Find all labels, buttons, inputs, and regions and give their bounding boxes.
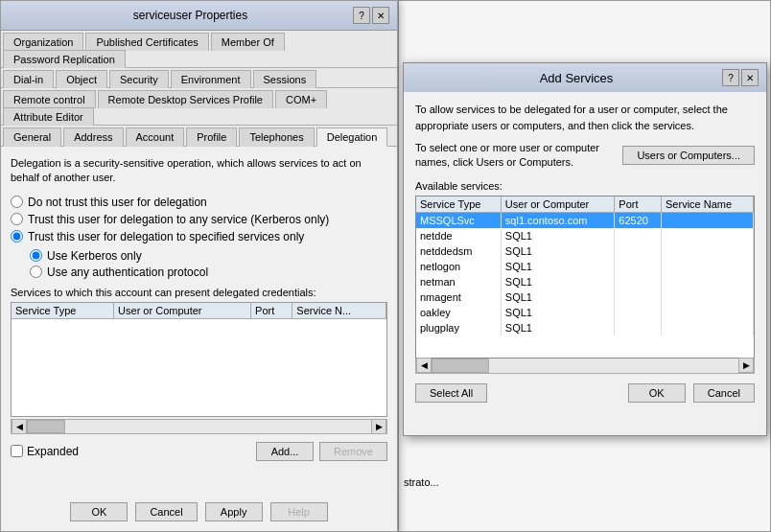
tab-password-replication[interactable]: Password Replication: [3, 50, 126, 68]
scroll-thumb[interactable]: [27, 420, 65, 433]
tab-general[interactable]: General: [3, 127, 61, 147]
radio-any-auth-label: Use any authentication protocol: [47, 266, 208, 279]
radio-no-trust-label: Do not trust this user for delegation: [28, 196, 207, 209]
close-title-btn[interactable]: ✕: [372, 7, 389, 24]
radio-any-service[interactable]: Trust this user for delegation to any se…: [11, 213, 387, 226]
users-computers-button[interactable]: Users or Computers...: [622, 146, 755, 165]
add-services-dialog: Add Services ? ✕ To allow services to be…: [403, 62, 767, 436]
avail-table-row[interactable]: MSSQLSvcsql1.contoso.com62520: [416, 212, 754, 228]
help-title-btn[interactable]: ?: [353, 7, 370, 24]
tab-sessions[interactable]: Sessions: [253, 70, 317, 88]
radio-no-trust-input[interactable]: [11, 196, 23, 208]
tab-member-of[interactable]: Member Of: [211, 33, 285, 51]
remove-button[interactable]: Remove: [319, 442, 387, 461]
avail-table-row[interactable]: netlogonSQL1: [416, 259, 754, 274]
main-window: serviceuser Properties ? ✕ Organization …: [0, 0, 398, 532]
dialog-title: Add Services: [431, 71, 722, 85]
services-table: Service Type User or Computer Port Servi…: [11, 302, 387, 417]
services-scrollbar[interactable]: ◀ ▶: [11, 419, 387, 434]
expanded-checkbox-row[interactable]: Expanded: [11, 445, 79, 458]
cancel-button[interactable]: Cancel: [135, 502, 197, 521]
tabs-row-4: General Address Account Profile Telephon…: [1, 126, 397, 147]
radio-kerberos-label: Use Kerberos only: [47, 249, 142, 263]
radio-kerberos-input[interactable]: [30, 249, 42, 262]
col-service-name: Service N...: [292, 303, 386, 319]
avail-cell-name: [662, 274, 754, 289]
avail-col-computer: User or Computer: [501, 197, 615, 213]
tab-account[interactable]: Account: [126, 127, 185, 147]
help-button[interactable]: Help: [270, 502, 328, 521]
dialog-scroll-track[interactable]: [432, 359, 738, 373]
scroll-right-arrow[interactable]: ▶: [371, 419, 386, 434]
radio-any-service-label: Trust this user for delegation to any se…: [28, 213, 329, 226]
action-buttons: Add... Remove: [256, 442, 387, 461]
avail-table-row[interactable]: plugplaySQL1: [416, 320, 754, 335]
radio-any-auth-input[interactable]: [30, 266, 42, 278]
select-all-button[interactable]: Select All: [415, 383, 487, 403]
avail-table-row[interactable]: nmagentSQL1: [416, 289, 754, 305]
delegation-description: Delegation is a security-sensitive opera…: [11, 156, 387, 186]
tab-address[interactable]: Address: [63, 127, 123, 147]
avail-cell-computer: SQL1: [501, 259, 615, 274]
avail-table-row[interactable]: oakleySQL1: [416, 305, 754, 320]
avail-table-row[interactable]: netmanSQL1: [416, 274, 754, 289]
tab-delegation[interactable]: Delegation: [316, 127, 388, 147]
tab-published-certificates[interactable]: Published Certificates: [85, 33, 208, 51]
tab-object[interactable]: Object: [56, 70, 107, 88]
avail-cell-computer: SQL1: [501, 305, 615, 320]
dialog-close-btn[interactable]: ✕: [741, 69, 759, 86]
available-services-table: Service Type User or Computer Port Servi…: [415, 196, 755, 359]
avail-cell-type: plugplay: [416, 320, 501, 335]
tab-com[interactable]: COM+: [275, 90, 327, 108]
expanded-label: Expanded: [27, 445, 79, 458]
avail-cell-type: MSSQLSvc: [416, 212, 501, 228]
titlebar: serviceuser Properties ? ✕: [1, 1, 397, 31]
avail-cell-name: [662, 259, 754, 274]
tab-environment[interactable]: Environment: [171, 70, 251, 88]
dialog-help-btn[interactable]: ?: [722, 69, 739, 86]
tab-rdp[interactable]: Remote Desktop Services Profile: [98, 90, 273, 108]
bottom-row: Expanded Add... Remove: [11, 442, 387, 461]
radio-no-trust[interactable]: Do not trust this user for delegation: [11, 196, 387, 209]
avail-cell-port: [615, 320, 662, 335]
tab-profile[interactable]: Profile: [186, 127, 237, 147]
radio-any-service-input[interactable]: [11, 213, 23, 225]
radio-any-auth[interactable]: Use any authentication protocol: [30, 266, 387, 279]
ok-button[interactable]: OK: [70, 502, 128, 521]
dialog-ok-button[interactable]: OK: [628, 383, 686, 403]
avail-cell-name: [662, 320, 754, 335]
services-label: Services to which this account can prese…: [11, 287, 387, 298]
radio-specified[interactable]: Trust this user for delegation to specif…: [11, 230, 387, 243]
tab-attribute-editor[interactable]: Attribute Editor: [3, 107, 94, 126]
avail-cell-computer: SQL1: [501, 320, 615, 335]
tab-organization[interactable]: Organization: [3, 33, 83, 51]
dialog-scroll-left[interactable]: ◀: [416, 358, 432, 373]
avail-cell-computer: SQL1: [501, 274, 615, 289]
tab-security[interactable]: Security: [109, 70, 169, 88]
avail-cell-name: [662, 228, 754, 243]
dialog-scroll-right[interactable]: ▶: [738, 358, 754, 373]
dialog-titlebar: Add Services ? ✕: [404, 63, 766, 92]
bg-text-2: strato...: [404, 476, 439, 488]
radio-specified-input[interactable]: [11, 230, 23, 243]
avail-table-row[interactable]: netddeSQL1: [416, 228, 754, 243]
radio-kerberos-only[interactable]: Use Kerberos only: [30, 249, 387, 263]
scroll-left-arrow[interactable]: ◀: [12, 419, 27, 434]
tab-dial-in[interactable]: Dial-in: [3, 70, 54, 88]
tab-remote-control[interactable]: Remote control: [3, 90, 96, 108]
avail-col-port: Port: [615, 197, 662, 213]
scroll-track[interactable]: [27, 420, 371, 433]
tab-telephones[interactable]: Telephones: [239, 127, 314, 147]
dialog-scrollbar[interactable]: ◀ ▶: [415, 359, 755, 374]
avail-cell-type: netlogon: [416, 259, 501, 274]
dialog-desc1: To allow services to be delegated for a …: [415, 102, 755, 133]
delegation-content: Delegation is a security-sensitive opera…: [1, 147, 397, 471]
apply-button[interactable]: Apply: [205, 502, 263, 521]
avail-cell-type: oakley: [416, 305, 501, 320]
dialog-content: To allow services to be delegated for a …: [404, 92, 766, 412]
avail-table-row[interactable]: netddedsmSQL1: [416, 243, 754, 259]
dialog-scroll-thumb[interactable]: [432, 359, 489, 373]
expanded-checkbox[interactable]: [11, 445, 23, 457]
add-button[interactable]: Add...: [256, 442, 314, 461]
dialog-cancel-button[interactable]: Cancel: [693, 383, 755, 403]
